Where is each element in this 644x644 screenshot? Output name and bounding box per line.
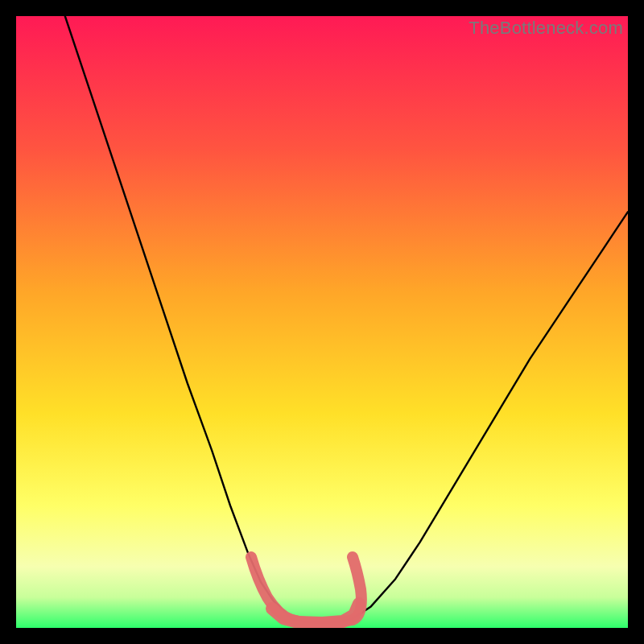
chart-svg bbox=[16, 16, 628, 628]
gradient-background bbox=[16, 16, 628, 628]
watermark-text: TheBottleneck.com bbox=[469, 18, 623, 39]
chart-plot-area bbox=[16, 16, 628, 628]
chart-frame: TheBottleneck.com bbox=[16, 16, 628, 628]
